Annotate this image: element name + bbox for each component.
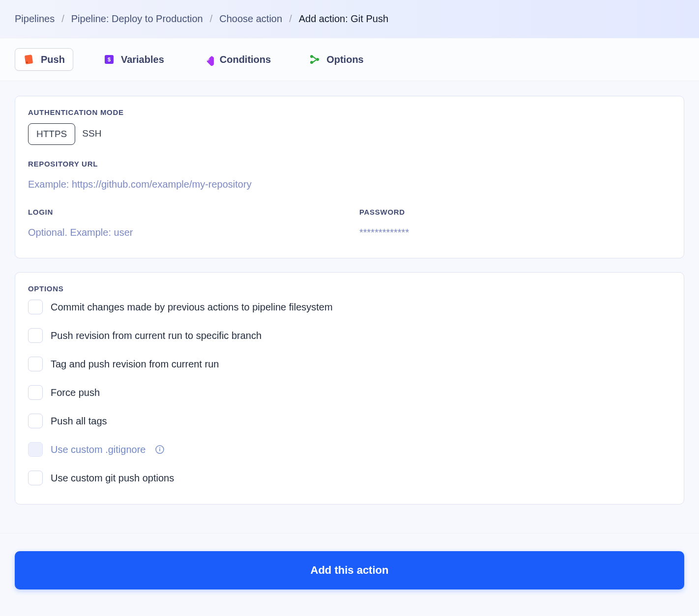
- auth-panel: AUTHENTICATION MODE HTTPS SSH REPOSITORY…: [15, 96, 684, 258]
- options-panel: OPTIONS Commit changes made by previous …: [15, 272, 684, 504]
- svg-rect-0: [25, 55, 33, 64]
- repo-url-label: REPOSITORY URL: [28, 160, 671, 168]
- tab-push[interactable]: Push: [15, 48, 73, 71]
- option-label: Tag and push revision from current run: [51, 359, 219, 370]
- option-checkbox[interactable]: [28, 357, 43, 371]
- svg-text:IF: IF: [206, 57, 209, 62]
- auth-mode-toggle: HTTPS SSH: [28, 123, 109, 145]
- tab-push-label: Push: [41, 54, 65, 65]
- breadcrumb-sep: /: [61, 13, 64, 25]
- option-label: Commit changes made by previous actions …: [51, 302, 333, 313]
- svg-point-1: [27, 62, 28, 63]
- option-label: Use custom .gitignore: [51, 444, 146, 455]
- options-section-label: OPTIONS: [28, 284, 671, 293]
- tab-options[interactable]: Options: [301, 49, 372, 70]
- svg-point-8: [316, 58, 319, 61]
- breadcrumb-sep: /: [289, 13, 292, 25]
- auth-mode-label: AUTHENTICATION MODE: [28, 108, 671, 116]
- conditions-icon: IF: [202, 54, 214, 65]
- option-row: Commit changes made by previous actions …: [28, 300, 671, 314]
- auth-ssh-button[interactable]: SSH: [75, 123, 109, 145]
- option-checkbox[interactable]: [28, 385, 43, 400]
- svg-rect-11: [160, 449, 161, 451]
- repo-url-input[interactable]: [28, 175, 671, 194]
- tab-variables[interactable]: $ Variables: [95, 49, 172, 70]
- footer-bar: Add this action: [0, 533, 699, 604]
- add-action-button[interactable]: Add this action: [15, 551, 684, 589]
- tab-conditions-label: Conditions: [220, 54, 271, 65]
- tab-conditions[interactable]: IF Conditions: [194, 49, 279, 70]
- breadcrumb-choose-action[interactable]: Choose action: [219, 13, 282, 25]
- tab-variables-label: Variables: [121, 54, 164, 65]
- variables-icon: $: [103, 54, 115, 65]
- option-checkbox: [28, 442, 43, 457]
- option-checkbox[interactable]: [28, 328, 43, 343]
- option-row: Use custom git push options: [28, 471, 671, 485]
- tab-options-label: Options: [326, 54, 364, 65]
- breadcrumb-current: Add action: Git Push: [299, 13, 388, 25]
- breadcrumb-sep: /: [210, 13, 213, 25]
- info-icon[interactable]: [155, 445, 164, 454]
- option-checkbox[interactable]: [28, 471, 43, 485]
- tabs-bar: Push $ Variables IF Conditions Options: [0, 38, 699, 81]
- option-row: Push revision from current run to specif…: [28, 328, 671, 343]
- options-icon: [309, 54, 320, 65]
- breadcrumb-pipeline-name[interactable]: Pipeline: Deploy to Production: [71, 13, 203, 25]
- password-label: PASSWORD: [359, 208, 671, 216]
- login-input[interactable]: [28, 223, 340, 242]
- svg-text:$: $: [108, 56, 111, 62]
- breadcrumb-pipelines[interactable]: Pipelines: [15, 13, 55, 25]
- option-row: Tag and push revision from current run: [28, 357, 671, 371]
- svg-point-10: [159, 448, 160, 448]
- password-input[interactable]: [359, 223, 671, 242]
- option-checkbox[interactable]: [28, 300, 43, 314]
- push-icon: [23, 54, 35, 65]
- login-label: LOGIN: [28, 208, 340, 216]
- option-label: Push all tags: [51, 416, 107, 427]
- option-label: Force push: [51, 387, 100, 398]
- option-row: Force push: [28, 385, 671, 400]
- auth-https-button[interactable]: HTTPS: [28, 123, 75, 145]
- option-checkbox[interactable]: [28, 414, 43, 428]
- breadcrumb: Pipelines / Pipeline: Deploy to Producti…: [0, 0, 699, 38]
- option-row: Push all tags: [28, 414, 671, 428]
- option-label: Push revision from current run to specif…: [51, 330, 262, 341]
- option-label: Use custom git push options: [51, 473, 174, 484]
- option-row: Use custom .gitignore: [28, 442, 671, 457]
